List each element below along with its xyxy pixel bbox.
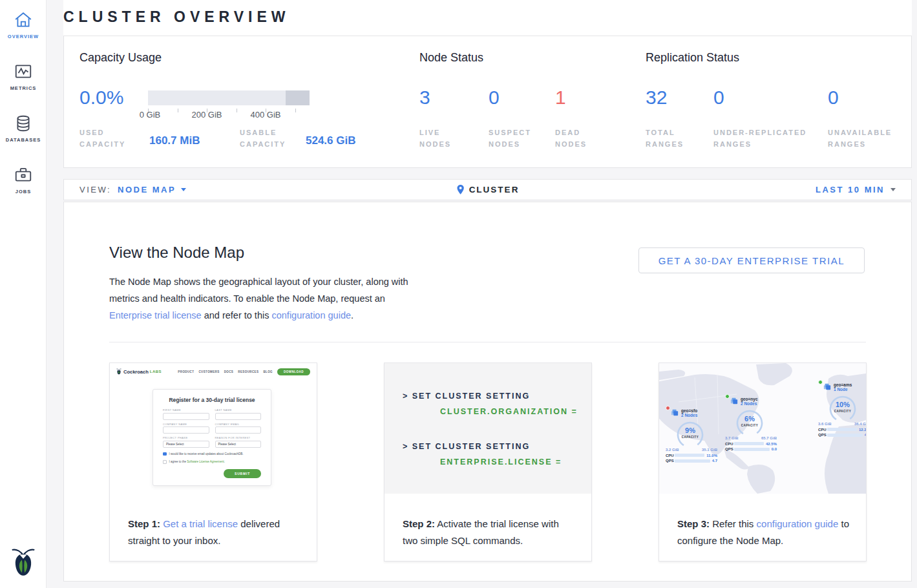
cpu-value: 42.5% — [766, 442, 777, 446]
content-area: CLUSTER OVERVIEW Capacity Usage 0.0% 0 G… — [47, 0, 917, 588]
sql-setting-name: ENTERPRISE.LICENSE = — [440, 457, 562, 467]
map-region-sfo: geo=sfo 2 Nodes 9% CAPACITY 3.2 GiB35.1 … — [666, 408, 717, 463]
configuration-guide-link[interactable]: configuration guide — [757, 518, 839, 529]
mini-field-label: REASON FOR INTEREST — [215, 436, 262, 439]
step2-caption: Step 2: Activate the trial license with … — [403, 516, 576, 549]
under-replicated-ranges-label: UNDER-REPLICATED RANGES — [713, 127, 817, 150]
sidebar-item-label: OVERVIEW — [0, 34, 47, 39]
mini-checkbox-label: I agree to the Software License Agreemen… — [169, 460, 226, 463]
capacity-percent: 10% — [825, 401, 861, 408]
configuration-guide-link[interactable]: configuration guide — [271, 310, 351, 320]
description-text: and refer to this — [202, 310, 272, 320]
step3-card: geo=sfo 2 Nodes 9% CAPACITY 3.2 GiB35.1 … — [659, 362, 867, 562]
qps-sparkline — [827, 434, 863, 437]
region-name: geo=ams — [834, 383, 852, 387]
get-trial-license-link[interactable]: Get a trial license — [163, 518, 238, 529]
region-name: geo=sfo — [681, 408, 697, 413]
location-pin-icon — [456, 184, 465, 195]
sidebar-item-label: METRICS — [0, 85, 47, 91]
usable-capacity-value: 524.6 GiB — [306, 134, 356, 147]
step1-caption: Step 1: Get a trial license delivered st… — [128, 516, 301, 549]
mini-input — [215, 426, 262, 434]
sql-code-block: > SET CLUSTER SETTING CLUSTER.ORGANIZATI… — [385, 363, 591, 494]
capacity-gauge: 10% CAPACITY — [825, 394, 861, 422]
cluster-summary-panel: Capacity Usage 0.0% 0 GiB 200 GiB 400 Gi… — [63, 36, 912, 168]
dead-nodes-label: DEAD NODES — [555, 127, 597, 150]
cpu-label: CPU — [666, 454, 673, 457]
jobs-icon — [14, 165, 33, 185]
get-enterprise-trial-button[interactable]: GET A 30-DAY ENTERPRISE TRIAL — [638, 247, 865, 273]
capacity-gauge: 6% CAPACITY — [732, 408, 768, 436]
sidebar-item-databases[interactable]: DATABASES — [0, 114, 47, 143]
capacity-bar-nonusable-segment — [286, 90, 310, 105]
capacity-percent: 0.0% — [79, 87, 123, 109]
node-map-heading: View the Node Map — [109, 244, 244, 262]
trial-registration-screenshot: Cockroach LABS PRODUCT CUSTOMERS DOCS RE… — [110, 363, 317, 507]
qps-label: QPS — [818, 433, 825, 437]
chevron-down-icon — [891, 188, 896, 191]
step3-caption: Step 3: Refer this configuration guide t… — [677, 516, 850, 549]
mini-submit-button: SUBMIT — [224, 469, 261, 478]
replication-status-title: Replication Status — [646, 51, 739, 65]
used-gib: 3.7 GiB — [725, 436, 739, 440]
used-gib: 3.6 GiB — [818, 422, 832, 426]
used-capacity-label: USED CAPACITY — [79, 127, 139, 150]
capacity-axis — [148, 109, 310, 113]
mini-field-label: COMPANY NAME — [163, 423, 209, 426]
live-nodes-label: LIVE NODES — [419, 127, 471, 150]
mini-field-label: FIRST NAME — [163, 408, 209, 412]
suspect-nodes-value: 0 — [489, 87, 500, 109]
chevron-down-icon — [181, 188, 186, 191]
view-selector-dropdown[interactable]: NODE MAP — [118, 185, 186, 194]
cpu-value: 11.0% — [706, 454, 717, 457]
cpu-label: CPU — [818, 428, 825, 432]
sidebar-item-jobs[interactable]: JOBS — [0, 165, 47, 194]
view-selected-value: NODE MAP — [118, 185, 176, 194]
cpu-sparkline — [675, 454, 704, 457]
sidebar-item-overview[interactable]: OVERVIEW — [0, 10, 47, 39]
time-range-value: LAST 10 MIN — [816, 185, 885, 194]
map-region-ams: geo=ams 1 Node 10% CAPACITY 3.6 GiB36.4 … — [818, 383, 866, 437]
mini-checkbox-label: I would like to receive email updates ab… — [169, 452, 244, 456]
mini-site-logo-suffix: LABS — [150, 370, 162, 373]
home-icon — [14, 10, 33, 30]
mini-registration-form: Register for a 30-day trial license FIRS… — [153, 389, 271, 486]
step-number: Step 2: — [403, 518, 435, 529]
mini-license-link: Software License Agreement. — [187, 460, 225, 463]
map-region-nyc: geo=nyc 2 Nodes 6% CAPACITY 3.7 GiB65.7 … — [725, 397, 777, 451]
qps-label: QPS — [666, 459, 673, 463]
live-nodes-value: 3 — [419, 87, 430, 109]
mini-input — [163, 413, 209, 420]
capacity-percent: 9% — [672, 426, 708, 434]
total-gib: 65.7 GiB — [761, 436, 777, 440]
breadcrumb-cluster[interactable]: CLUSTER — [469, 185, 520, 194]
capacity-label: CAPACITY — [825, 410, 861, 413]
time-range-dropdown[interactable]: LAST 10 MIN — [816, 180, 896, 200]
status-dot-red — [666, 406, 670, 410]
mini-nav-item: BLOG — [263, 370, 273, 373]
step2-card: > SET CLUSTER SETTING CLUSTER.ORGANIZATI… — [384, 362, 592, 562]
node-stack-icon — [730, 397, 738, 404]
axis-tick-label: 400 GiB — [251, 110, 281, 120]
total-ranges-value: 32 — [646, 87, 667, 109]
node-stack-icon — [823, 383, 831, 390]
mini-site-logo-text: Cockroach — [123, 369, 149, 375]
qps-sparkline — [675, 459, 710, 463]
view-bar: VIEW: NODE MAP CLUSTER LAST 10 MIN — [63, 179, 912, 200]
enterprise-trial-license-link[interactable]: Enterprise trial license — [109, 310, 202, 320]
mini-nav-item: RESOURCES — [238, 370, 258, 373]
description-text: . — [351, 310, 353, 320]
mini-select: Please Select — [215, 441, 262, 448]
qps-value: 0.0 — [772, 447, 777, 451]
mini-field-label: COMPANY EMAIL — [215, 423, 262, 426]
sql-command: > SET CLUSTER SETTING — [403, 392, 530, 401]
cpu-sparkline — [827, 428, 857, 431]
capacity-label: CAPACITY — [732, 424, 768, 427]
mini-nav-item: PRODUCT — [178, 370, 194, 373]
qps-sparkline — [734, 448, 770, 451]
mini-cockroach-logo-icon — [116, 368, 121, 375]
cpu-sparkline — [734, 442, 764, 445]
under-replicated-ranges-value: 0 — [713, 87, 724, 109]
status-dot-green — [725, 394, 730, 399]
sidebar-item-metrics[interactable]: METRICS — [0, 62, 47, 91]
